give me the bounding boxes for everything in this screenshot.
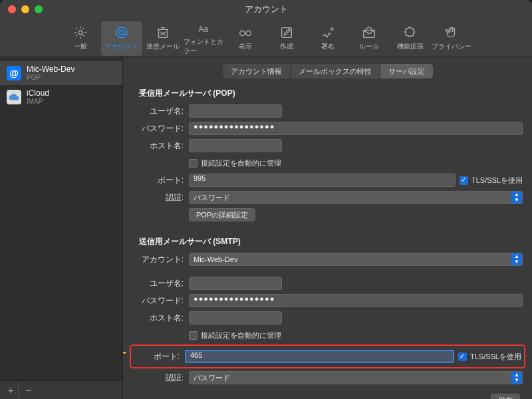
outgoing-automanage-checkbox[interactable]: 接続設定を自動的に管理 [189,331,281,340]
incoming-port-row: ポート: 995 TLS/SSLを使用 [132,172,523,188]
cloud-icon [7,90,21,104]
account-type: IMAP [27,98,49,105]
svg-point-1 [120,31,124,35]
trash-icon [156,25,170,40]
checkbox-icon [460,176,468,185]
compose-icon [279,25,294,40]
save-button[interactable]: 保存 [491,394,520,399]
preferences-window: アカウント 一般 アカウント 迷惑メール Aa フォントとカラー 表示 作成 [0,0,532,399]
titlebar: アカウント [0,0,532,19]
outgoing-host-input[interactable] [189,311,282,325]
sidebar-account-icloud[interactable]: iCloud IMAP [0,85,122,109]
port-label: ポート: [132,175,189,186]
checkbox-icon [458,352,467,361]
outgoing-auth-row: 認証: パスワード ▲▼ [132,370,523,386]
content-area: @ Mic-Web-Dev POP iCloud IMAP [0,57,532,399]
incoming-automanage-checkbox[interactable]: 接続設定を自動的に管理 [189,158,281,168]
tab-account-info[interactable]: アカウント情報 [223,64,291,78]
rules-icon [362,25,376,40]
incoming-header: 受信用メールサーバ (POP) [139,88,523,99]
tab-server-settings[interactable]: サーバ設定 [380,64,433,78]
zoom-icon[interactable] [35,5,43,13]
sidebar-footer: + − [0,380,122,399]
incoming-host-row: ホスト名: [132,138,523,154]
svg-point-4 [240,31,245,35]
toolbar-accounts[interactable]: アカウント [101,21,142,56]
outgoing-user-row: ユーザ名: [132,275,523,291]
account-name: iCloud [27,89,49,98]
host-label: ホスト名: [132,140,189,152]
incoming-password-row: パスワード: ●●●●●●●●●●●●●●●● [132,120,523,136]
incoming-host-input[interactable] [189,139,282,152]
sidebar-account-mic-web-dev[interactable]: @ Mic-Web-Dev POP [0,61,122,85]
host-label: ホスト名: [132,313,189,324]
incoming-port-input[interactable]: 995 [189,174,456,187]
preferences-toolbar: 一般 アカウント 迷惑メール Aa フォントとカラー 表示 作成 署名 ルール [0,19,532,57]
puzzle-icon [403,25,418,40]
outgoing-user-input[interactable] [189,277,282,290]
account-name: Mic-Web-Dev [27,65,74,74]
accounts-sidebar: @ Mic-Web-Dev POP iCloud IMAP [0,57,123,399]
remove-account-button[interactable]: − [21,383,36,398]
outgoing-port-input[interactable]: 465 [185,350,454,363]
toolbar-junk[interactable]: 迷惑メール [142,21,184,56]
account-type: POP [27,74,74,81]
toolbar-composing[interactable]: 作成 [266,21,307,56]
outgoing-port-row: ポート: 465 TLS/SSLを使用 [134,348,521,364]
window-title: アカウント [245,3,288,15]
toolbar-viewing[interactable]: 表示 [225,21,266,56]
at-icon [114,25,129,40]
glasses-icon [238,25,253,40]
accounts-list: @ Mic-Web-Dev POP iCloud IMAP [0,57,122,380]
outgoing-tls-checkbox[interactable]: TLS/SSLを使用 [458,352,521,362]
highlight-annotation: 👉 ポート: 465 TLS/SSLを使用 [130,344,525,368]
at-icon: @ [7,66,21,80]
password-label: パスワード: [132,295,189,307]
gear-icon [73,25,88,40]
svg-point-0 [78,31,82,35]
incoming-tls-checkbox[interactable]: TLS/SSLを使用 [460,176,523,186]
incoming-automanage-row: 接続設定を自動的に管理 [132,155,523,171]
pointing-hand-icon: 👉 [123,348,127,360]
outgoing-automanage-row: 接続設定を自動的に管理 [132,327,523,343]
checkbox-icon [189,331,198,340]
user-label: ユーザ名: [132,278,189,289]
incoming-auth-row: 認証: パスワード ▲▼ [132,190,523,205]
user-label: ユーザ名: [132,106,189,117]
port-label: ポート: [134,351,185,362]
toolbar-rules[interactable]: ルール [348,21,390,56]
pop-advanced-button[interactable]: POPの詳細設定 [189,208,255,221]
minimize-icon[interactable] [21,5,29,13]
toolbar-privacy[interactable]: プライバシー [431,21,472,56]
outgoing-account-row: アカウント: Mic-Web-Dev ▲▼ [132,251,523,267]
toolbar-extensions[interactable]: 機能拡張 [390,21,431,56]
outgoing-account-select[interactable]: Mic-Web-Dev ▲▼ [189,253,523,266]
toolbar-fonts[interactable]: Aa フォントとカラー [184,21,225,56]
outgoing-password-row: パスワード: ●●●●●●●●●●●●●●●● [132,293,523,309]
auth-label: 認証: [132,192,189,203]
password-label: パスワード: [132,123,189,134]
incoming-user-input[interactable] [189,104,282,118]
toolbar-general[interactable]: 一般 [60,21,101,56]
incoming-auth-select[interactable]: パスワード ▲▼ [189,191,523,204]
footer: 保存 [132,394,523,399]
close-icon[interactable] [8,5,16,13]
account-label: アカウント: [132,254,189,265]
chevron-updown-icon: ▲▼ [514,372,519,383]
chevron-updown-icon: ▲▼ [514,254,519,265]
svg-point-5 [246,31,251,35]
hand-icon [444,25,459,40]
tab-mailbox-behaviors[interactable]: メールボックスの特性 [291,64,380,78]
outgoing-auth-select[interactable]: パスワード ▲▼ [189,371,523,384]
toolbar-signatures[interactable]: 署名 [307,21,348,56]
chevron-updown-icon: ▲▼ [514,192,519,203]
signature-icon [321,25,335,40]
outgoing-password-input[interactable]: ●●●●●●●●●●●●●●●● [189,294,523,307]
incoming-password-input[interactable]: ●●●●●●●●●●●●●●●● [189,122,523,135]
checkbox-icon [189,159,198,168]
svg-rect-6 [282,28,292,38]
incoming-user-row: ユーザ名: [132,103,523,119]
segmented-control: アカウント情報 メールボックスの特性 サーバ設定 [223,64,433,78]
outgoing-host-row: ホスト名: [132,310,523,326]
add-account-button[interactable]: + [4,383,19,398]
